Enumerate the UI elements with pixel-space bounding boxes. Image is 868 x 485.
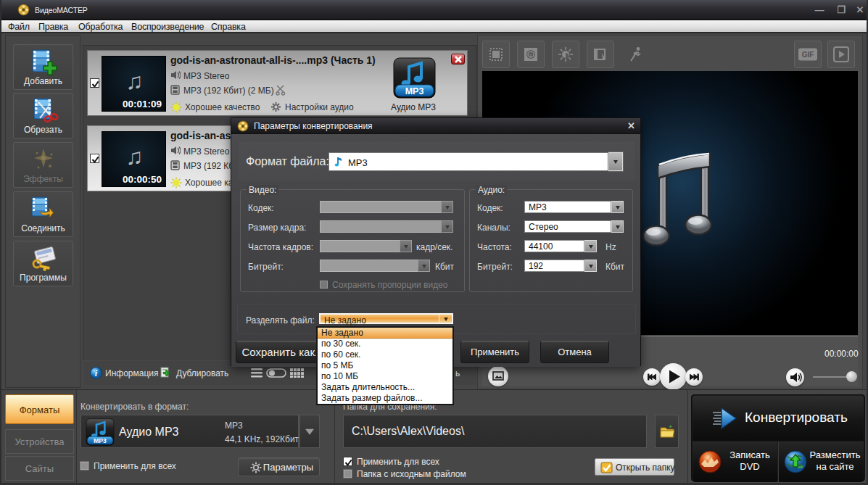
svg-text:c: c xyxy=(529,52,532,57)
svg-text:MP3: MP3 xyxy=(405,86,424,96)
svg-text:MP3: MP3 xyxy=(94,437,107,444)
